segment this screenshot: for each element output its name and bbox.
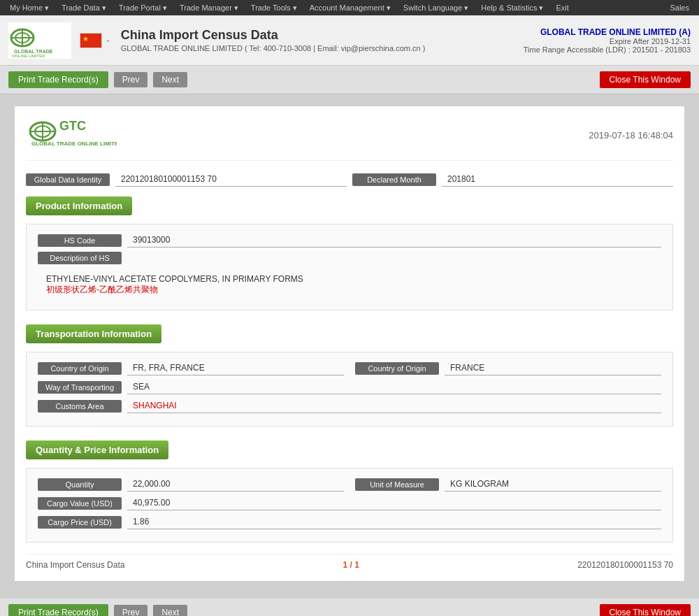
svg-text:GLOBAL TRADE: GLOBAL TRADE	[14, 49, 53, 54]
hs-code-label: HS Code	[38, 234, 122, 247]
qty-price-header: Quantity & Price Information	[26, 440, 168, 459]
nav-items: My Home ▾ Trade Data ▾ Trade Portal ▾ Tr…	[4, 2, 664, 14]
print-button-top[interactable]: Print Trade Record(s)	[8, 71, 108, 88]
page-title: China Import Census Data	[121, 28, 524, 43]
country-origin-label2: Country of Origin	[355, 362, 439, 375]
country-origin-label1: Country of Origin	[38, 362, 122, 375]
close-button-top[interactable]: Close This Window	[600, 71, 691, 88]
customs-area-row: Customs Area SHANGHAI	[38, 399, 661, 413]
footer-title: China Import Census Data	[26, 560, 124, 570]
declared-month-label: Declared Month	[352, 173, 436, 186]
next-button-top[interactable]: Next	[153, 72, 187, 87]
nav-exit[interactable]: Exit	[550, 2, 574, 14]
svg-text:ONLINE LIMITED: ONLINE LIMITED	[12, 54, 45, 58]
footer-page: 1 / 1	[343, 560, 359, 570]
way-transport-value: SEA	[127, 380, 661, 394]
quantity-measure-row: Quantity 22,000.00 Unit of Measure KG KI…	[38, 477, 661, 496]
way-transport-row: Way of Transporting SEA	[38, 380, 661, 394]
cargo-value-label: Cargo Value (USD)	[38, 497, 122, 510]
prev-button-bottom[interactable]: Prev	[114, 605, 148, 616]
record-logo: GTC GLOBAL TRADE ONLINE LIMITED	[26, 117, 117, 153]
nav-my-home[interactable]: My Home ▾	[4, 2, 55, 14]
unit-measure-row: Unit of Measure KG KILOGRAM	[355, 477, 661, 492]
nav-trade-tools[interactable]: Trade Tools ▾	[245, 2, 303, 14]
toolbar-top: Print Trade Record(s) Prev Next Close Th…	[0, 66, 699, 94]
cargo-price-label: Cargo Price (USD)	[38, 516, 122, 529]
company-name: GLOBAL TRADE ONLINE LIMITED (A)	[524, 27, 691, 37]
title-area: China Import Census Data GLOBAL TRADE ON…	[121, 28, 524, 52]
hs-code-row: HS Code 39013000	[38, 233, 661, 248]
country-origin-value1: FR, FRA, FRANCE	[127, 361, 344, 375]
global-data-value: 220120180100001153 70	[115, 172, 347, 187]
country-origin-row2: Country of Origin FRANCE	[355, 361, 661, 375]
nav-trade-portal[interactable]: Trade Portal ▾	[113, 2, 173, 14]
company-subtitle: GLOBAL TRADE ONLINE LIMITED ( Tel: 400-7…	[121, 44, 524, 52]
main-content: GTC GLOBAL TRADE ONLINE LIMITED 2019-07-…	[0, 94, 699, 599]
nav-switch-language[interactable]: Switch Language ▾	[398, 2, 474, 14]
unit-measure-value: KG KILOGRAM	[445, 477, 661, 492]
page-header: GLOBAL TRADE ONLINE LIMITED - China Impo…	[0, 15, 699, 66]
close-button-bottom[interactable]: Close This Window	[600, 604, 691, 616]
origin-row: Country of Origin FR, FRA, FRANCE Countr…	[38, 361, 661, 380]
desc-block: ETHYLENE-VINYL ACETATE COPOLYMERS, IN PR…	[38, 268, 661, 301]
product-info-block: HS Code 39013000 Description of HS ETHYL…	[26, 224, 673, 310]
transport-block: Country of Origin FR, FRA, FRANCE Countr…	[26, 352, 673, 427]
print-button-bottom[interactable]: Print Trade Record(s)	[8, 604, 108, 616]
china-flag	[80, 33, 102, 48]
svg-text:GLOBAL TRADE ONLINE LIMITED: GLOBAL TRADE ONLINE LIMITED	[31, 141, 117, 147]
country-origin-value2: FRANCE	[445, 361, 661, 375]
company-info: GLOBAL TRADE ONLINE LIMITED (A) Expire A…	[524, 27, 691, 54]
desc-hs-label: Description of HS	[38, 252, 122, 264]
transport-header: Transportation Information	[26, 324, 161, 343]
toolbar-bottom: Print Trade Record(s) Prev Next Close Th…	[0, 599, 699, 616]
customs-area-label: Customs Area	[38, 400, 122, 413]
ldr-range: Time Range Accessible (LDR) : 201501 - 2…	[524, 45, 691, 54]
nav-sales[interactable]: Sales	[664, 2, 695, 13]
desc-chinese: 初级形状乙烯-乙酰乙烯共聚物	[46, 284, 653, 296]
declared-month-value: 201801	[442, 172, 673, 187]
quantity-value: 22,000.00	[127, 477, 344, 492]
record-timestamp: 2019-07-18 16:48:04	[589, 130, 673, 141]
quantity-label: Quantity	[38, 478, 122, 491]
qty-price-block: Quantity 22,000.00 Unit of Measure KG KI…	[26, 468, 673, 543]
record-header: GTC GLOBAL TRADE ONLINE LIMITED 2019-07-…	[26, 117, 673, 161]
logo: GLOBAL TRADE ONLINE LIMITED	[8, 22, 71, 59]
footer-id: 220120180100001153 70	[577, 560, 673, 570]
country-origin-row1: Country of Origin FR, FRA, FRANCE	[38, 361, 344, 375]
customs-area-value: SHANGHAI	[127, 399, 661, 413]
product-info-header: Product Information	[26, 196, 132, 215]
next-button-bottom[interactable]: Next	[153, 605, 187, 616]
hs-code-value: 39013000	[127, 233, 661, 248]
cargo-value-value: 40,975.00	[127, 496, 661, 510]
cargo-value-row: Cargo Value (USD) 40,975.00	[38, 496, 661, 510]
cargo-price-value: 1.86	[127, 515, 661, 529]
top-nav: My Home ▾ Trade Data ▾ Trade Portal ▾ Tr…	[0, 0, 699, 15]
way-transport-label: Way of Transporting	[38, 381, 122, 394]
global-data-label: Global Data Identity	[26, 173, 110, 186]
prev-button-top[interactable]: Prev	[114, 72, 148, 87]
svg-text:GTC: GTC	[59, 119, 86, 133]
divider: -	[106, 35, 110, 46]
nav-help-statistics[interactable]: Help & Statistics ▾	[475, 2, 549, 14]
unit-measure-label: Unit of Measure	[355, 478, 439, 491]
nav-account-management[interactable]: Account Management ▾	[304, 2, 396, 14]
nav-trade-manager[interactable]: Trade Manager ▾	[174, 2, 244, 14]
flag-area: -	[80, 33, 110, 48]
desc-hs-row: Description of HS	[38, 252, 661, 264]
record-card: GTC GLOBAL TRADE ONLINE LIMITED 2019-07-…	[14, 106, 685, 582]
expire-date: Expire After 2019-12-31	[524, 37, 691, 45]
desc-english: ETHYLENE-VINYL ACETATE COPOLYMERS, IN PR…	[46, 274, 653, 284]
nav-trade-data[interactable]: Trade Data ▾	[56, 2, 112, 14]
record-footer: China Import Census Data 1 / 1 220120180…	[26, 554, 673, 570]
global-data-row: Global Data Identity 220120180100001153 …	[26, 172, 673, 187]
quantity-row: Quantity 22,000.00	[38, 477, 344, 492]
cargo-price-row: Cargo Price (USD) 1.86	[38, 515, 661, 529]
